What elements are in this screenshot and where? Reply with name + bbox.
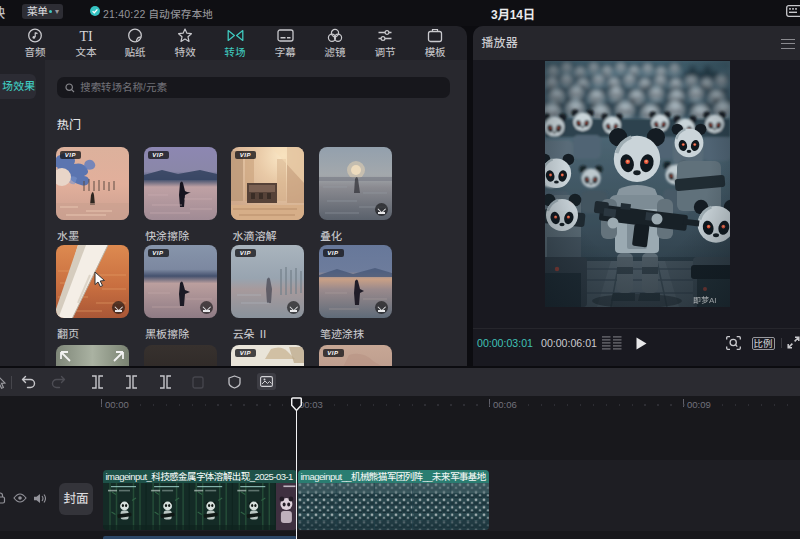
svg-text:TI: TI — [79, 29, 93, 44]
svg-text:即梦AI: 即梦AI — [693, 296, 717, 305]
